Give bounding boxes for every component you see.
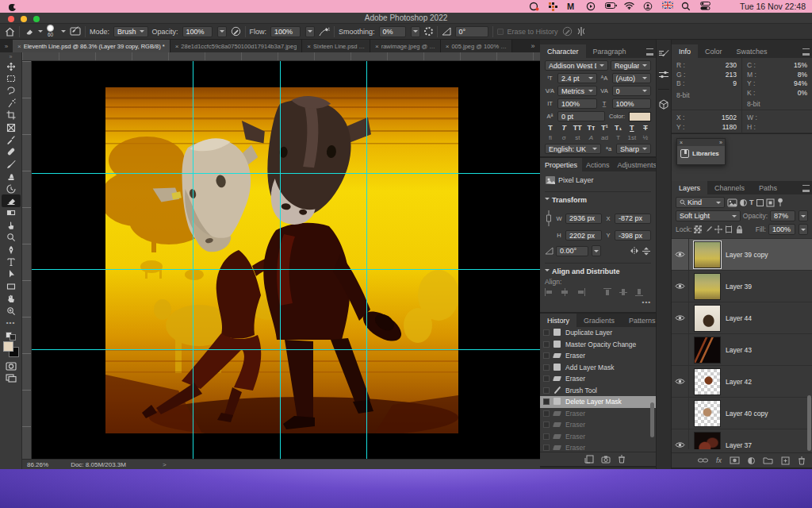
layer-visibility-toggle[interactable] [672, 271, 689, 302]
layer-row[interactable]: Layer 43 [672, 334, 812, 366]
brush-settings-panel-icon[interactable] [658, 49, 669, 60]
ornaments-button[interactable]: T [613, 134, 624, 141]
tab-actions[interactable]: Actions [582, 158, 614, 171]
text-color-swatch[interactable] [629, 112, 651, 121]
swash-button[interactable]: σ [558, 134, 569, 141]
lock-transparent-pixels-icon[interactable] [694, 225, 702, 233]
history-source-checkbox[interactable] [543, 352, 550, 359]
layer-visibility-toggle[interactable] [672, 366, 689, 397]
canvas-guide-vertical[interactable] [280, 61, 281, 459]
panel-menu-icon[interactable] [799, 44, 812, 58]
ligatures-button[interactable]: fi [545, 134, 556, 141]
layer-opacity-value[interactable]: 87% [770, 210, 795, 221]
y-value[interactable]: -398 px [615, 230, 651, 241]
maxon-status-icon[interactable]: M [567, 2, 577, 11]
align-middle-v-icon[interactable] [619, 288, 629, 296]
layer-row[interactable]: Layer 40 copy [672, 398, 812, 429]
layer-name[interactable]: Layer 40 copy [726, 410, 768, 418]
history-brush-tool[interactable] [2, 183, 21, 194]
tab-paragraph[interactable]: Paragraph [586, 44, 634, 58]
clone-stamp-tool[interactable] [2, 171, 21, 183]
document-tab[interactable]: rawimage.jpeg @ … [370, 40, 441, 52]
tab-paths[interactable]: Paths [752, 181, 784, 194]
history-source-checkbox[interactable] [543, 410, 550, 417]
3d-panel-icon[interactable] [658, 99, 669, 110]
blend-mode-select[interactable]: Soft Light [676, 210, 741, 221]
font-style-select[interactable]: Regular [611, 60, 651, 71]
rectangle-tool[interactable] [2, 280, 21, 292]
window-title-bar[interactable]: Adobe Photoshop 2022 [0, 13, 812, 24]
layer-thumbnail[interactable] [694, 337, 721, 364]
history-source-checkbox[interactable] [543, 444, 550, 451]
delete-state-trash-icon[interactable] [618, 455, 626, 464]
layer-thumbnail[interactable] [694, 273, 721, 300]
history-step[interactable]: Eraser [540, 350, 656, 362]
tab-layers[interactable]: Layers [672, 181, 707, 194]
baseline-shift-value[interactable]: 0 pt [557, 111, 605, 121]
document-canvas[interactable] [32, 61, 540, 459]
new-group-folder-icon[interactable] [763, 456, 773, 464]
layer-filter-select[interactable]: Kind [676, 197, 725, 208]
layer-row[interactable]: Layer 39 copy [672, 239, 812, 271]
default-colors-icon[interactable] [5, 332, 17, 338]
eyedropper-tool[interactable] [2, 133, 21, 145]
menu-bar-clock[interactable]: Tue 16 Nov 22:48 [740, 2, 806, 11]
siri-icon[interactable] [719, 2, 730, 11]
horizontal-scale-value[interactable]: 100% [612, 98, 652, 109]
angle-chevron-icon[interactable] [592, 245, 601, 256]
history-step[interactable]: Eraser [540, 373, 656, 385]
layer-thumbnail[interactable] [694, 305, 721, 332]
subscript-button[interactable]: T₁ [613, 124, 624, 132]
close-tab-icon[interactable] [175, 43, 179, 50]
language-select[interactable]: English: UK [545, 144, 601, 154]
tab-adjustments[interactable]: Adjustments [614, 158, 661, 171]
rectangular-marquee-tool[interactable] [2, 72, 21, 84]
tracking-select[interactable]: 0 [612, 86, 652, 96]
brush-preset-picker[interactable]: 60 [47, 25, 54, 38]
move-tool[interactable] [2, 60, 21, 72]
layer-name[interactable]: Layer 44 [726, 314, 752, 322]
layer-thumbnail[interactable] [694, 400, 721, 427]
link-layers-icon[interactable] [698, 457, 708, 464]
add-layer-mask-icon[interactable] [730, 456, 740, 464]
lock-position-icon[interactable] [714, 225, 722, 233]
account-icon[interactable] [643, 2, 653, 11]
layer-thumbnail[interactable] [694, 432, 721, 450]
canvas-guide-horizontal[interactable] [32, 349, 540, 350]
leading-select[interactable]: (Auto) [612, 73, 652, 83]
type-tool[interactable] [2, 256, 21, 267]
lock-artboard-icon[interactable] [725, 225, 733, 233]
canvas-guide-horizontal[interactable] [32, 173, 540, 174]
align-top-icon[interactable] [603, 288, 613, 296]
smoothing-value[interactable]: 0% [379, 26, 406, 37]
faux-italic-button[interactable]: T [558, 124, 569, 132]
history-source-checkbox[interactable] [543, 329, 550, 336]
layer-visibility-toggle[interactable] [672, 398, 689, 429]
layer-visibility-toggle[interactable] [672, 302, 689, 333]
eraser-tool[interactable] [2, 194, 21, 206]
airbrush-icon[interactable] [319, 27, 330, 37]
layer-row[interactable]: Layer 37 [672, 429, 812, 449]
battery-icon[interactable] [605, 2, 615, 11]
link-dimensions-icon[interactable] [545, 209, 553, 228]
tab-overflow-icon[interactable]: » [526, 40, 540, 52]
eraser-pressure-icon[interactable] [562, 26, 573, 37]
libraries-floating-panel[interactable]: × » Libraries [676, 138, 726, 165]
path-selection-tool[interactable] [2, 268, 21, 280]
chevron-down-icon[interactable] [61, 30, 66, 35]
more-tools-icon[interactable]: ••• [2, 317, 21, 329]
opacity-chevron-icon[interactable] [217, 26, 227, 37]
brush-tool[interactable] [2, 158, 21, 170]
vertical-scale-value[interactable]: 100% [557, 98, 597, 109]
layer-row[interactable]: Layer 42 [672, 366, 812, 398]
apple-menu-icon[interactable] [8, 2, 17, 11]
lock-image-pixels-icon[interactable] [704, 225, 712, 233]
status-options-chevron-icon[interactable]: > [163, 461, 167, 468]
gradient-tool[interactable] [2, 207, 21, 219]
eraser-tool-preset-icon[interactable] [24, 27, 43, 37]
foreground-color-swatch[interactable] [3, 341, 13, 352]
screen-mode-icon[interactable] [2, 372, 21, 384]
new-document-from-state-icon[interactable] [584, 455, 594, 464]
filter-pin-icon[interactable] [777, 198, 783, 207]
height-value[interactable]: 2202 px [565, 230, 602, 241]
